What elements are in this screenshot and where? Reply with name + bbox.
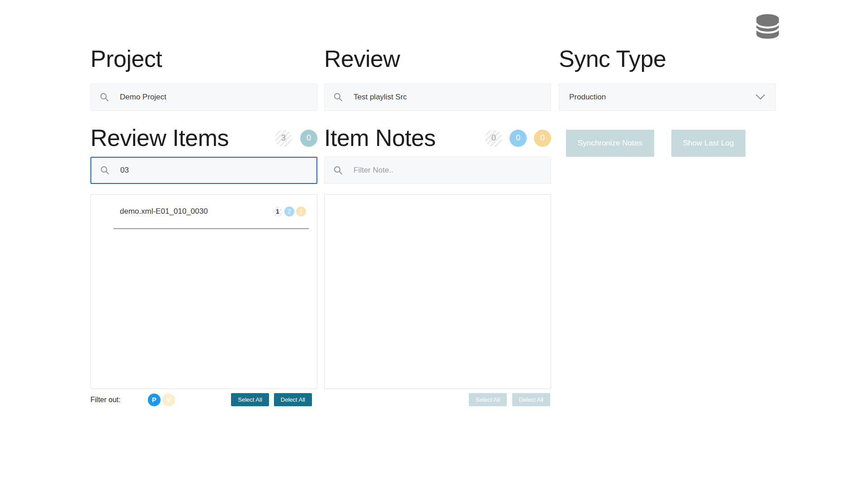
sync-actions: Synchronize Notes Show Last Log: [559, 130, 776, 157]
search-icon: [334, 93, 343, 102]
review-search-box[interactable]: [324, 84, 551, 111]
review-items-title: Review Items: [90, 123, 229, 153]
item-notes-title: Item Notes: [324, 123, 435, 153]
review-items-delect-all-button[interactable]: Delect All: [274, 393, 312, 406]
show-last-log-button[interactable]: Show Last Log: [671, 130, 745, 157]
synchronize-notes-button[interactable]: Synchronize Notes: [566, 130, 654, 157]
item-notes-list: [324, 194, 551, 389]
list-item-divider: [113, 228, 309, 229]
item-orange-badge: 1: [296, 206, 306, 216]
item-notes-filter-box[interactable]: [324, 157, 551, 184]
sync-type-selected-value: Production: [569, 93, 606, 102]
item-blue-badge: 2: [284, 206, 294, 216]
review-items-header: Review Items 3 0: [90, 123, 317, 153]
sync-type-title: Sync Type: [559, 44, 776, 74]
filter-out-label: Filter out:: [90, 396, 121, 404]
review-item-name: demo.xml-E01_010_0030: [120, 207, 208, 216]
search-icon: [334, 166, 343, 175]
review-items-selected-badge: 0: [300, 130, 317, 147]
filter-p-toggle[interactable]: P: [148, 394, 160, 406]
sync-type-select[interactable]: Production: [559, 84, 776, 111]
item-notes-blue-badge: 0: [509, 130, 527, 147]
review-items-footer: Filter out: P V Select All Delect All: [90, 393, 317, 406]
project-search-input[interactable]: [120, 93, 308, 102]
item-notes-orange-badge: 0: [534, 130, 551, 147]
review-items-select-all-button[interactable]: Select All: [231, 393, 269, 406]
item-total-badge: 1: [273, 206, 283, 216]
filter-v-toggle[interactable]: V: [162, 394, 175, 406]
item-notes-footer: Select All Delect All: [324, 393, 551, 406]
search-icon: [100, 166, 109, 175]
review-items-list: demo.xml-E01_010_0030 1 2 1: [90, 194, 317, 389]
item-notes-header: Item Notes 0 0 0: [324, 123, 551, 153]
item-notes-total-badge: 0: [485, 130, 502, 147]
project-title: Project: [90, 44, 317, 74]
item-notes-delect-all-button[interactable]: Delect All: [512, 393, 550, 406]
review-title: Review: [324, 44, 551, 74]
review-search-input[interactable]: [354, 93, 542, 102]
list-item[interactable]: demo.xml-E01_010_0030 1 2 1: [91, 195, 317, 229]
review-items-search-box[interactable]: [90, 157, 317, 184]
sync-tool-page: Project Review Items 3 0: [0, 0, 868, 488]
item-notes-filter-input[interactable]: [354, 166, 542, 175]
chevron-down-icon: [755, 94, 765, 100]
project-search-box[interactable]: [90, 84, 317, 111]
review-items-search-input[interactable]: [120, 166, 307, 175]
search-icon: [100, 93, 109, 102]
item-notes-select-all-button[interactable]: Select All: [469, 393, 506, 406]
review-items-total-badge: 3: [275, 130, 292, 147]
